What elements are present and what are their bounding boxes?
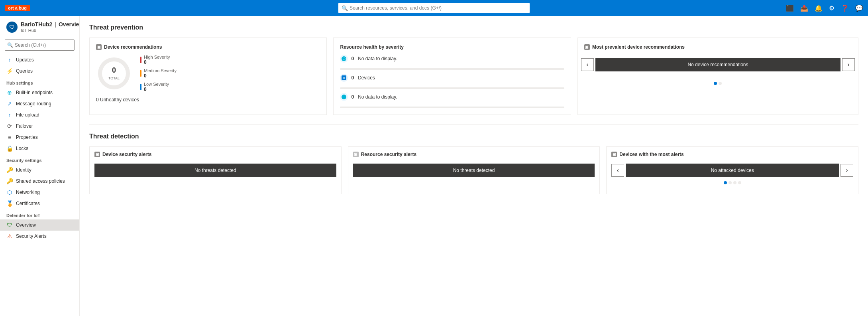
sidebar-item-locks[interactable]: 🔒 Locks [0,143,79,154]
health-label-0: No data to display. [358,56,397,61]
devices-most-alerts-card: ▣ Devices with the most alerts ‹ No atta… [606,146,858,194]
resource-type: IoT Hub [21,28,80,33]
built-in-endpoints-icon: ⊕ [6,89,13,96]
prev-recommendation-button[interactable]: ‹ [581,58,594,71]
low-severity-bar [140,84,141,90]
unhealthy-text: 0 Unhealthy devices [96,97,320,103]
file-upload-icon: ↑ [6,112,13,118]
sidebar-item-overview[interactable]: 🛡 Overview [0,219,79,231]
health-label-2: No data to display. [358,94,397,100]
sidebar-search-container: 🔍 [0,36,79,54]
sidebar-item-properties[interactable]: ≡ Properties [0,132,79,143]
health-bar-1 [340,87,564,89]
notifications-icon[interactable]: 🔔 [815,4,823,12]
next-attacked-device-button[interactable]: › [841,164,853,177]
no-threats-detected-button-1[interactable]: No threats detected [94,164,336,177]
search-icon: 🔍 [342,5,348,11]
resource-page-text: Overview [59,21,80,28]
no-attacked-devices-button[interactable]: No attacked devices [626,164,839,177]
sidebar-item-queries[interactable]: ⚡ Queries [0,65,79,77]
sidebar-item-built-in-endpoints[interactable]: ⊕ Built-in endpoints [0,87,79,98]
sidebar-item-label: Identity [16,167,31,173]
locks-icon: 🔒 [6,145,13,152]
device-alerts-icon: ▣ [94,152,100,157]
device-rec-title-text: Device recommendations [104,44,162,50]
resource-health-card: Resource health by severity ⬡ 0 No d [333,38,571,115]
resource-health-title: Resource health by severity [340,44,564,50]
sidebar-item-label: Properties [16,134,38,140]
topbar-icons: ⬛ 📥 🔔 ⚙ ❓ 💬 [786,4,863,12]
severity-list: High Severity 0 Medium Severity 0 [140,55,177,92]
sidebar-item-label: Updates [16,57,34,63]
medium-severity-info: Medium Severity 0 [144,68,177,79]
resource-title-group: BarIoTHub2 | Overview ... IoT Hub [21,21,80,33]
donut-section: 0 TOTAL High Severity 0 [96,55,320,92]
health-bar-0 [340,68,564,70]
donut-total-label: TOTAL [108,76,120,80]
properties-icon: ≡ [6,134,13,140]
sidebar-item-label: Certificates [16,201,40,206]
sidebar-item-security-alerts[interactable]: ⚠ Security Alerts [0,231,79,242]
medium-severity-bar [140,70,141,77]
sidebar: 🛡 BarIoTHub2 | Overview ... IoT Hub ✕ 🔍 [0,16,80,316]
sidebar-item-updates[interactable]: ↑ Updates [0,54,79,65]
settings-icon[interactable]: ⚙ [829,4,835,12]
health-item-0: ⬡ 0 No data to display. [340,55,564,63]
health-count-2: 0 [351,94,354,100]
dot-1 [719,82,722,85]
sidebar-item-message-routing[interactable]: ↗ Message routing [0,98,79,109]
devices-most-alerts-icon: ▣ [611,152,617,157]
prev-attacked-device-button[interactable]: ‹ [611,164,624,177]
sidebar-item-identity[interactable]: 🔑 Identity [0,164,79,176]
health-icon-0: ⬡ [340,55,348,63]
device-rec-title-icon: ▣ [96,44,102,50]
medium-severity-label: Medium Severity [144,68,177,73]
sidebar-item-file-upload[interactable]: ↑ File upload [0,109,79,120]
unhealthy-value: 0 [96,97,99,103]
no-threats-detected-button-2[interactable]: No threats detected [353,164,595,177]
health-svg-2 [341,94,347,100]
iot-hub-icon: 🛡 [9,24,15,30]
next-recommendation-button[interactable]: › [842,58,855,71]
low-severity-label: Low Severity [144,82,169,87]
devices-most-alerts-title: ▣ Devices with the most alerts [611,152,853,157]
threat-detection-section: Threat detection ▣ Device security alert… [89,124,858,194]
bug-report-button[interactable]: ort a bug [5,5,30,11]
message-routing-icon: ↗ [6,101,13,107]
health-icon-1: D [340,74,348,82]
sidebar-item-networking[interactable]: ⬡ Networking [0,187,79,198]
sidebar-item-failover[interactable]: ⟳ Failover [0,120,79,132]
attacked-dot-0 [724,181,727,184]
severity-low: Low Severity 0 [140,82,177,92]
attacked-devices-nav: ‹ No attacked devices › [611,164,853,177]
sidebar-item-label: Queries [16,68,33,74]
search-input[interactable] [338,3,530,13]
no-device-recommendations-button[interactable]: No device recommendations [595,58,841,71]
health-count-0: 0 [351,56,354,61]
sidebar-search-input[interactable] [5,40,75,51]
high-severity-info: High Severity 0 [144,55,170,65]
security-settings-label: Security settings [0,154,79,164]
health-icon-2 [340,93,348,101]
feedback-icon[interactable]: 💬 [855,4,863,12]
help-icon[interactable]: ❓ [841,4,849,12]
portal-feedback-icon[interactable]: 📥 [800,4,808,12]
sidebar-item-shared-access-policies[interactable]: 🔑 Shared access policies [0,176,79,187]
resource-name-text: BarIoTHub2 [21,21,52,28]
sidebar-search-icon: 🔍 [7,42,13,48]
device-alerts-title-text: Device security alerts [102,152,151,157]
sidebar-section-general: ↑ Updates ⚡ Queries [0,54,79,77]
updates-icon: ↑ [6,57,13,63]
sidebar-item-label: Networking [16,190,40,195]
sidebar-item-label: Failover [16,123,33,129]
sidebar-item-certificates[interactable]: 🏅 Certificates [0,198,79,209]
sidebar-item-label: Shared access policies [16,178,65,184]
identity-icon: 🔑 [6,167,13,173]
health-count-1: 0 [351,75,354,81]
donut-chart: 0 TOTAL [96,55,132,91]
cloud-shell-icon[interactable]: ⬛ [786,4,794,12]
attacked-dot-1 [729,181,732,184]
health-label-1: Devices [358,75,375,81]
donut-label: 0 TOTAL [108,66,120,81]
sidebar-item-label: File upload [16,112,39,118]
